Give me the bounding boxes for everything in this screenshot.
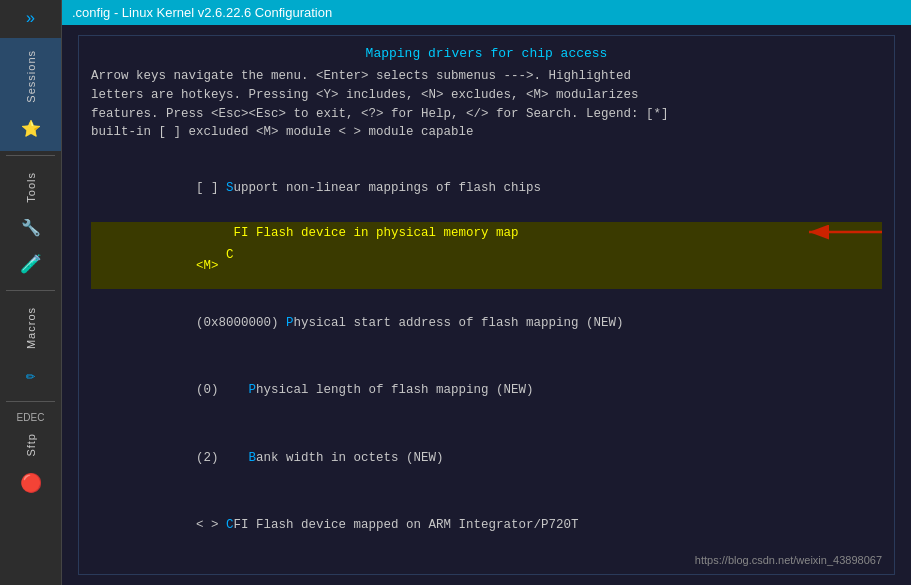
sessions-section: Sessions ⭐ (0, 38, 61, 151)
menu-item-4[interactable]: (2) Bank width in octets (NEW) (91, 424, 882, 492)
tools-icon[interactable]: 🔧 (17, 214, 45, 242)
sftp-icon[interactable]: 🔴 (17, 469, 45, 497)
divider-3 (6, 401, 55, 402)
divider-1 (6, 155, 55, 156)
title-text: .config - Linux Kernel v2.6.22.6 Configu… (72, 5, 332, 20)
tools-label: Tools (25, 164, 37, 211)
arrow-annotation (797, 218, 887, 246)
hotkey-c: C (226, 244, 234, 267)
macros-section: Macros ✏️ (0, 295, 61, 397)
hotkey-p1: P (286, 316, 294, 330)
sftp-label: Sftp (25, 425, 37, 465)
info-line-2: letters are hotkeys. Pressing <Y> includ… (91, 86, 882, 105)
hotkey-b: B (249, 451, 257, 465)
menu-item-0[interactable]: [ ] Support non-linear mappings of flash… (91, 154, 882, 222)
terminal-inner: Mapping drivers for chip access Arrow ke… (78, 35, 895, 575)
menu-list: [ ] Support non-linear mappings of flash… (91, 154, 882, 585)
hotkey-c2: C (226, 518, 234, 532)
collapse-button[interactable]: » (0, 0, 61, 38)
sessions-label: Sessions (25, 42, 37, 111)
tools-icon-2[interactable]: 🧪 (17, 250, 45, 278)
divider-2 (6, 290, 55, 291)
menu-item-1[interactable]: <M> CFI Flash device in physical memory … (91, 222, 882, 290)
menu-item-2[interactable]: (0x8000000) Physical start address of fl… (91, 289, 882, 357)
main-area: .config - Linux Kernel v2.6.22.6 Configu… (62, 0, 911, 585)
hotkey-s: S (226, 181, 234, 195)
title-bar: .config - Linux Kernel v2.6.22.6 Configu… (62, 0, 911, 25)
hotkey-p2: P (249, 383, 257, 397)
terminal-header: Mapping drivers for chip access (91, 46, 882, 61)
info-text-block: Arrow keys navigate the menu. <Enter> se… (91, 67, 882, 142)
collapse-icon[interactable]: » (26, 6, 36, 32)
url-watermark: https://blog.csdn.net/weixin_43898067 (695, 554, 882, 566)
tools-section: Tools 🔧 🧪 (0, 160, 61, 287)
menu-item-5[interactable]: < > CFI Flash device mapped on ARM Integ… (91, 492, 882, 560)
edec-label: EDEC (17, 410, 45, 425)
terminal-area[interactable]: Mapping drivers for chip access Arrow ke… (62, 25, 911, 585)
info-line-1: Arrow keys navigate the menu. <Enter> se… (91, 67, 882, 86)
macros-label: Macros (25, 299, 37, 357)
info-line-3: features. Press <Esc><Esc> to exit, <?> … (91, 105, 882, 124)
sessions-icon[interactable]: ⭐ (17, 115, 45, 143)
sftp-section: EDEC Sftp 🔴 (0, 406, 61, 505)
info-line-4: built-in [ ] excluded <M> module < > mod… (91, 123, 882, 142)
macros-icon[interactable]: ✏️ (17, 361, 45, 389)
menu-item-3[interactable]: (0) Physical length of flash mapping (NE… (91, 357, 882, 425)
sidebar: » Sessions ⭐ Tools 🔧 🧪 Macros ✏️ EDEC Sf… (0, 0, 62, 585)
